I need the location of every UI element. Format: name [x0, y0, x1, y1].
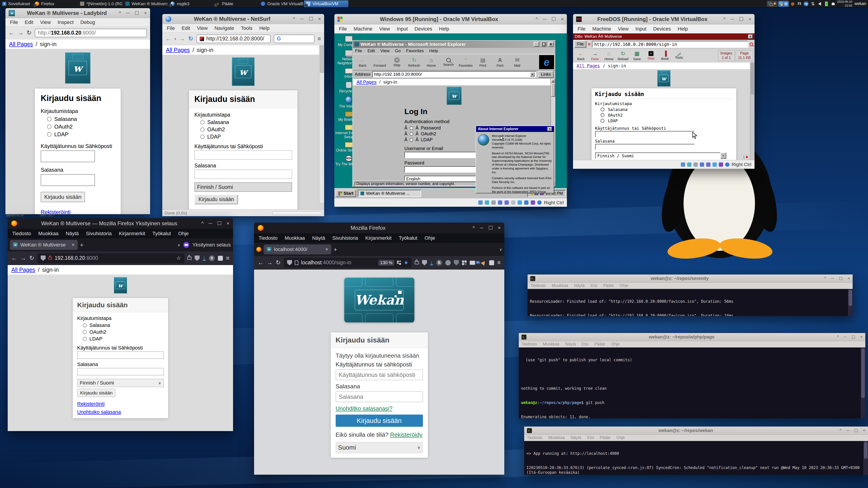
taskbar-button-terminal[interactable]: $Pääte5 — [214, 0, 258, 7]
terminal-output[interactable]: => App running at: http://localhost:4000… — [524, 441, 868, 475]
ie-menu-edit[interactable]: Edit — [368, 48, 375, 53]
title-bar[interactable]: w WeKan ® Multiverse - Ladybird ^─☐× — [5, 8, 150, 18]
minimize-icon[interactable]: ─ — [480, 225, 484, 231]
tracking-shield-icon[interactable] — [287, 260, 292, 265]
menu-view[interactable]: View — [379, 26, 390, 32]
signin-button[interactable]: Kirjaudu sisään — [336, 415, 423, 427]
menu-muokkaa[interactable]: Muokkaa — [543, 342, 559, 347]
menu-machine[interactable]: Machine — [353, 26, 372, 32]
maximize-icon[interactable]: ☐ — [739, 16, 743, 22]
s-extension-icon[interactable]: S — [209, 255, 215, 261]
ie-print-button[interactable]: ▤Print — [474, 57, 491, 67]
maximize-icon[interactable]: ☐ — [134, 10, 139, 16]
menu-nayta[interactable]: Näytä — [570, 435, 581, 440]
menu-paate[interactable]: Pääte — [600, 435, 610, 440]
ie-title-bar[interactable]: WeKan ® Multiverse - Microsoft Internet … — [353, 41, 555, 48]
menu-input[interactable]: Input — [636, 26, 647, 32]
radio-ldap[interactable] — [47, 132, 52, 137]
close-icon[interactable]: × — [318, 16, 321, 22]
menu-muokkaa[interactable]: Muokkaa — [38, 231, 59, 236]
menu-nayta[interactable]: Näytä — [66, 231, 79, 236]
taskbar-button-vbox-manager[interactable]: Oracle VM VirtualBox M... — [259, 0, 303, 7]
menu-sivuhistoria[interactable]: Sivuhistoria — [86, 231, 112, 236]
menu-ohje[interactable]: Ohje — [616, 435, 625, 440]
ie-font-button[interactable]: AFont — [492, 57, 508, 67]
title-bar[interactable]: WeKan ® Multiverse — Mozilla Firefox Yks… — [8, 218, 233, 229]
scrollbar[interactable] — [864, 441, 868, 475]
password-input[interactable] — [194, 170, 292, 179]
scrollbar[interactable] — [319, 45, 324, 203]
insecure-lock-icon[interactable] — [49, 257, 52, 260]
tab-close-icon[interactable]: × — [325, 247, 328, 252]
password-input[interactable] — [77, 368, 164, 375]
password-input[interactable] — [41, 174, 95, 186]
minimize-icon[interactable]: ─ — [126, 10, 130, 16]
address-input[interactable]: http://192.168.0.20:8000/▾ — [372, 71, 536, 77]
rollup-icon[interactable]: ^ — [839, 428, 841, 433]
menu-paate[interactable]: Pääte — [594, 342, 605, 347]
select-dropdown-icon[interactable]: ▾ — [720, 153, 726, 159]
dillo-title-bar[interactable]: Dillo: WeKan Â® Multiverse × — [573, 33, 754, 40]
radio-oauth2[interactable] — [600, 113, 604, 117]
rollup-icon[interactable]: ^ — [723, 16, 725, 22]
ie-refresh-button[interactable]: ↻Refresh — [406, 57, 423, 67]
password-input[interactable] — [404, 166, 481, 173]
menu-kirjanmerkit[interactable]: Kirjanmerkit — [365, 235, 392, 241]
menu-ohje[interactable]: Ohje — [611, 342, 620, 347]
menu-machine[interactable]: Machine — [592, 26, 611, 32]
menu-kirjanmerkit[interactable]: Kirjanmerkit — [119, 231, 145, 236]
taskbar-button-firefox[interactable]: Firefox3 — [33, 0, 77, 7]
menu-tiedosto[interactable]: Tiedosto — [522, 342, 537, 347]
menu-tiedosto[interactable]: Tiedosto — [12, 231, 31, 236]
menu-nayta[interactable]: Näytä — [565, 342, 576, 347]
reload-icon[interactable]: ↻ — [27, 29, 32, 36]
workspace-1[interactable] — [767, 1, 777, 7]
clear-url-icon[interactable]: × — [588, 41, 591, 47]
search-icon[interactable] — [749, 42, 753, 46]
radio-salasana[interactable] — [200, 120, 205, 125]
maximize-icon[interactable]: ☐ — [839, 276, 842, 281]
close-button[interactable]: × — [548, 127, 552, 131]
ie-menu-go[interactable]: Go — [395, 48, 401, 53]
close-icon[interactable]: × — [144, 10, 147, 16]
menu-file[interactable]: File — [167, 25, 175, 31]
network-tray-icon[interactable]: ⇅ — [810, 1, 816, 7]
radio-salasana[interactable] — [47, 117, 52, 121]
reload-icon[interactable]: ↻ — [188, 35, 193, 42]
taskbar-task-button[interactable]: WeKan ® Multiverse ... — [358, 190, 421, 197]
register-link[interactable]: Rekisteröidy — [390, 431, 423, 438]
minimize-icon[interactable]: ─ — [543, 16, 547, 22]
all-pages-link[interactable]: All Pages — [356, 79, 377, 85]
battery-tray-icon[interactable] — [824, 1, 829, 7]
menu-edit[interactable]: Edit — [25, 20, 33, 25]
volume-tray-icon[interactable] — [817, 1, 823, 7]
lockwise-icon[interactable] — [415, 261, 419, 264]
menu-ohje[interactable]: Ohje — [178, 231, 188, 236]
language-select[interactable]: Finnish / Suomi∨ — [77, 379, 164, 387]
forward-icon[interactable]: → — [18, 29, 24, 36]
title-bar[interactable]: >_ wekan@z: ~/repos/w/php/page ^─☐× — [519, 333, 865, 341]
all-pages-link[interactable]: All Pages — [577, 63, 600, 68]
tab-list-icon[interactable]: ∨ — [499, 248, 502, 252]
keyboard-layout-indicator[interactable]: FI — [796, 1, 802, 7]
menu-etsi[interactable]: Etsi — [582, 342, 588, 347]
scrollbar[interactable] — [750, 62, 754, 160]
radio-salasana[interactable] — [600, 107, 604, 111]
menu-input[interactable]: Input — [397, 26, 408, 32]
menu-paate[interactable]: Pääte — [603, 283, 614, 288]
back-icon[interactable]: ← — [258, 259, 264, 266]
browser-tab[interactable]: w localhost:4000/ × — [264, 245, 331, 254]
menu-tools[interactable]: Tools — [241, 25, 252, 31]
menu-help[interactable]: Help — [439, 26, 449, 32]
forward-button[interactable]: →Forw — [588, 51, 601, 61]
close-icon[interactable]: × — [748, 16, 751, 22]
close-button[interactable]: × — [548, 42, 554, 47]
url-input[interactable]: http://192.168.0.20:8000/sign-in — [592, 41, 748, 48]
tab-close-icon[interactable]: × — [72, 242, 74, 248]
register-link[interactable]: Rekisteröinti — [41, 209, 70, 214]
reader-mode-icon[interactable] — [397, 261, 401, 265]
radio-oauth2[interactable] — [83, 330, 87, 334]
radio-oauth2[interactable] — [47, 125, 52, 129]
url-bar[interactable]: http://192.168.0.20:8000/ — [35, 29, 147, 37]
reload-icon[interactable]: ↻ — [29, 255, 34, 262]
